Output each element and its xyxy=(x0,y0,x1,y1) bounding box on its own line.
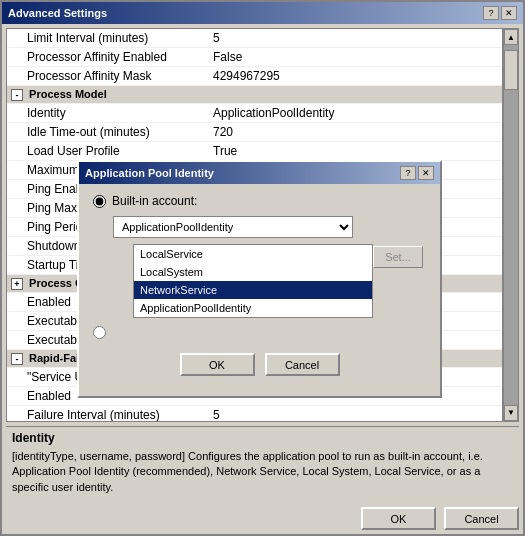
expand-icon[interactable]: + xyxy=(11,278,23,290)
main-ok-button[interactable]: OK xyxy=(361,507,436,530)
list-item-apppoolidentity[interactable]: ApplicationPoolIdentity xyxy=(134,299,372,317)
dropdown-list[interactable]: LocalService LocalSystem NetworkService … xyxy=(133,244,373,318)
row-label: Idle Time-out (minutes) xyxy=(7,123,207,142)
row-label: Limit Interval (minutes) xyxy=(7,29,207,48)
title-bar-controls: ? ✕ xyxy=(483,6,517,20)
list-item-localservice[interactable]: LocalService xyxy=(134,245,372,263)
table-row: Limit Interval (minutes) 5 xyxy=(7,29,502,48)
collapse-icon[interactable]: - xyxy=(11,353,23,365)
row-value: 720 xyxy=(207,123,502,142)
row-label: Load User Profile xyxy=(7,142,207,161)
row-label: Failure Interval (minutes) xyxy=(7,406,207,422)
row-value: 5 xyxy=(207,29,502,48)
row-value: ApplicationPoolIdentity xyxy=(207,104,502,123)
modal-title: Application Pool Identity xyxy=(85,167,214,179)
scroll-down-button[interactable]: ▼ xyxy=(504,405,518,421)
modal-cancel-button[interactable]: Cancel xyxy=(265,353,340,376)
close-button[interactable]: ✕ xyxy=(501,6,517,20)
scrollbar: ▲ ▼ xyxy=(503,28,519,422)
table-row: Failure Interval (minutes) 5 xyxy=(7,406,502,422)
bottom-section-header: Identity xyxy=(10,431,515,445)
bottom-description: [identityType, username, password] Confi… xyxy=(10,449,515,495)
identity-dropdown[interactable]: ApplicationPoolIdentity xyxy=(113,216,353,238)
set-button[interactable]: Set... xyxy=(373,246,423,268)
list-item-localsystem[interactable]: LocalSystem xyxy=(134,263,372,281)
bottom-section: Identity [identityType, username, passwo… xyxy=(2,427,523,499)
dropdown-list-area: LocalService LocalSystem NetworkService … xyxy=(113,244,426,320)
modal-ok-button[interactable]: OK xyxy=(180,353,255,376)
application-pool-identity-dialog: Application Pool Identity ? ✕ Built-in a… xyxy=(77,160,442,398)
help-button[interactable]: ? xyxy=(483,6,499,20)
custom-radio[interactable] xyxy=(93,326,106,339)
builtin-label: Built-in account: xyxy=(112,194,197,208)
set-btn-area: Set... xyxy=(373,246,423,268)
table-row: Processor Affinity Enabled False xyxy=(7,48,502,67)
custom-radio-row xyxy=(93,326,426,339)
table-row-load-user-profile: Load User Profile True xyxy=(7,142,502,161)
scroll-up-button[interactable]: ▲ xyxy=(504,29,518,45)
modal-body: Built-in account: ApplicationPoolIdentit… xyxy=(79,184,440,396)
modal-title-bar: Application Pool Identity ? ✕ xyxy=(79,162,440,184)
builtin-radio[interactable] xyxy=(93,195,106,208)
row-value: 4294967295 xyxy=(207,67,502,86)
section-label: Process Model xyxy=(29,88,107,100)
row-value: 5 xyxy=(207,406,502,422)
builtin-radio-row: Built-in account: xyxy=(93,194,426,208)
row-label: Processor Affinity Enabled xyxy=(7,48,207,67)
row-value: False xyxy=(207,48,502,67)
table-row: Identity ApplicationPoolIdentity xyxy=(7,104,502,123)
scroll-thumb[interactable] xyxy=(504,50,518,90)
scroll-track[interactable] xyxy=(504,45,518,405)
title-bar: Advanced Settings ? ✕ xyxy=(2,2,523,24)
main-cancel-button[interactable]: Cancel xyxy=(444,507,519,530)
modal-footer: OK Cancel xyxy=(93,345,426,386)
dropdown-row: ApplicationPoolIdentity xyxy=(113,216,426,238)
collapse-icon[interactable]: - xyxy=(11,89,23,101)
row-value: True xyxy=(207,142,502,161)
title-bar-left: Advanced Settings xyxy=(8,7,107,19)
list-item-networkservice[interactable]: NetworkService xyxy=(134,281,372,299)
window-title: Advanced Settings xyxy=(8,7,107,19)
main-window: Advanced Settings ? ✕ Limit Interval (mi… xyxy=(0,0,525,536)
row-label: Identity xyxy=(7,104,207,123)
modal-help-button[interactable]: ? xyxy=(400,166,416,180)
table-row: Idle Time-out (minutes) 720 xyxy=(7,123,502,142)
modal-title-controls: ? ✕ xyxy=(400,166,434,180)
modal-close-button[interactable]: ✕ xyxy=(418,166,434,180)
section-process-model: - Process Model xyxy=(7,86,502,104)
table-row: Processor Affinity Mask 4294967295 xyxy=(7,67,502,86)
row-label: Processor Affinity Mask xyxy=(7,67,207,86)
main-footer-buttons: OK Cancel xyxy=(2,499,523,534)
